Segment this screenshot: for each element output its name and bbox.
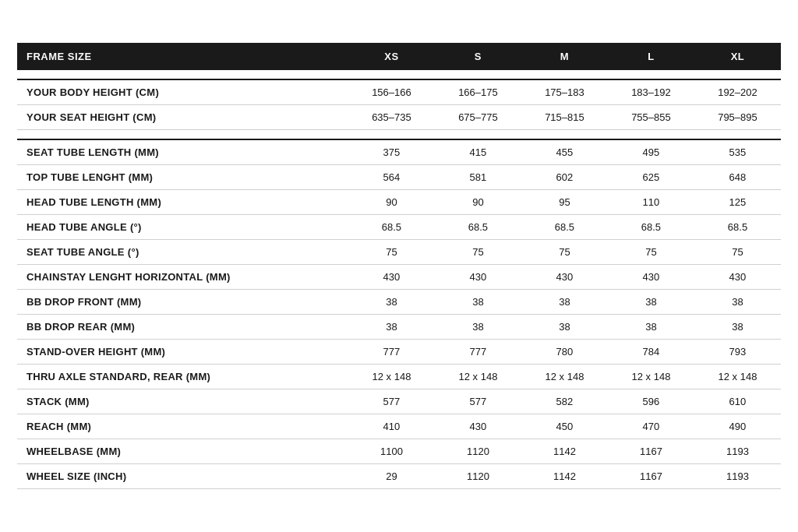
table-row: YOUR BODY HEIGHT (CM)156–166166–175175–1… <box>17 79 781 105</box>
table-row: YOUR SEAT HEIGHT (CM)635–735675–775715–8… <box>17 105 781 130</box>
row-value: 675–775 <box>435 105 521 130</box>
row-value: 582 <box>521 389 608 414</box>
table-row: SEAT TUBE ANGLE (°)7575757575 <box>17 239 781 264</box>
row-value: 38 <box>521 314 608 339</box>
row-value: 755–855 <box>608 105 694 130</box>
row-value: 596 <box>608 389 694 414</box>
table-row: TOP TUBE LENGHT (MM)564581602625648 <box>17 164 781 189</box>
row-value: 95 <box>521 189 608 214</box>
row-label: HEAD TUBE LENGTH (MM) <box>17 189 348 214</box>
row-value: 156–166 <box>348 79 435 105</box>
row-label: THRU AXLE STANDARD, REAR (MM) <box>17 364 348 389</box>
row-value: 430 <box>435 414 521 439</box>
row-value: 75 <box>521 239 608 264</box>
row-value: 648 <box>694 164 781 189</box>
row-label: YOUR BODY HEIGHT (CM) <box>17 79 348 105</box>
row-value: 430 <box>694 264 781 289</box>
row-value: 777 <box>348 339 435 364</box>
col-xl-header: XL <box>694 43 781 70</box>
col-l-header: L <box>608 43 694 70</box>
row-value: 38 <box>694 289 781 314</box>
row-value: 29 <box>348 463 435 488</box>
row-value: 1142 <box>521 463 608 488</box>
row-value: 455 <box>521 139 608 165</box>
table-row: BB DROP REAR (MM)3838383838 <box>17 314 781 339</box>
row-value: 12 x 148 <box>435 364 521 389</box>
table-row: HEAD TUBE LENGTH (MM)909095110125 <box>17 189 781 214</box>
row-value: 68.5 <box>348 214 435 239</box>
row-value: 793 <box>694 339 781 364</box>
row-value: 68.5 <box>694 214 781 239</box>
row-value: 90 <box>435 189 521 214</box>
spacer-row <box>17 130 781 139</box>
frame-size-header: FRAME SIZE <box>17 43 348 70</box>
row-value: 1100 <box>348 439 435 463</box>
row-value: 125 <box>694 189 781 214</box>
row-label: HEAD TUBE ANGLE (°) <box>17 214 348 239</box>
row-value: 795–895 <box>694 105 781 130</box>
row-value: 375 <box>348 139 435 165</box>
row-value: 12 x 148 <box>348 364 435 389</box>
row-value: 415 <box>435 139 521 165</box>
row-value: 602 <box>521 164 608 189</box>
row-value: 12 x 148 <box>521 364 608 389</box>
table-row: REACH (MM)410430450470490 <box>17 414 781 439</box>
row-value: 635–735 <box>348 105 435 130</box>
table-row: THRU AXLE STANDARD, REAR (MM)12 x 14812 … <box>17 364 781 389</box>
row-value: 1142 <box>521 439 608 463</box>
row-value: 410 <box>348 414 435 439</box>
row-value: 38 <box>435 314 521 339</box>
row-value: 75 <box>694 239 781 264</box>
row-value: 75 <box>348 239 435 264</box>
row-value: 38 <box>348 314 435 339</box>
row-value: 183–192 <box>608 79 694 105</box>
row-label: STACK (MM) <box>17 389 348 414</box>
row-value: 68.5 <box>608 214 694 239</box>
row-value: 715–815 <box>521 105 608 130</box>
row-value: 68.5 <box>435 214 521 239</box>
row-value: 581 <box>435 164 521 189</box>
row-value: 430 <box>608 264 694 289</box>
table-row: SEAT TUBE LENGTH (MM)375415455495535 <box>17 139 781 165</box>
col-xs-header: XS <box>348 43 435 70</box>
row-value: 495 <box>608 139 694 165</box>
row-label: YOUR SEAT HEIGHT (CM) <box>17 105 348 130</box>
row-label: BB DROP REAR (MM) <box>17 314 348 339</box>
row-label: STAND-OVER HEIGHT (MM) <box>17 339 348 364</box>
row-value: 1193 <box>694 463 781 488</box>
col-m-header: M <box>521 43 608 70</box>
row-value: 38 <box>348 289 435 314</box>
row-value: 1167 <box>608 463 694 488</box>
table-header-row: FRAME SIZE XS S M L XL <box>17 43 781 70</box>
row-value: 490 <box>694 414 781 439</box>
row-value: 430 <box>521 264 608 289</box>
row-value: 38 <box>694 314 781 339</box>
row-value: 38 <box>608 314 694 339</box>
row-value: 470 <box>608 414 694 439</box>
row-value: 564 <box>348 164 435 189</box>
table-row: HEAD TUBE ANGLE (°)68.568.568.568.568.5 <box>17 214 781 239</box>
row-value: 12 x 148 <box>608 364 694 389</box>
table-row: BB DROP FRONT (MM)3838383838 <box>17 289 781 314</box>
row-value: 12 x 148 <box>694 364 781 389</box>
row-label: REACH (MM) <box>17 414 348 439</box>
row-value: 1167 <box>608 439 694 463</box>
row-label: BB DROP FRONT (MM) <box>17 289 348 314</box>
row-value: 780 <box>521 339 608 364</box>
row-value: 430 <box>348 264 435 289</box>
row-value: 68.5 <box>521 214 608 239</box>
row-value: 90 <box>348 189 435 214</box>
row-value: 430 <box>435 264 521 289</box>
spacer-row <box>17 70 781 79</box>
row-value: 38 <box>435 289 521 314</box>
row-value: 75 <box>608 239 694 264</box>
row-value: 610 <box>694 389 781 414</box>
geometry-table-container: FRAME SIZE XS S M L XL YOUR BODY HEIGHT … <box>17 43 781 489</box>
row-value: 192–202 <box>694 79 781 105</box>
row-value: 535 <box>694 139 781 165</box>
row-value: 625 <box>608 164 694 189</box>
table-row: WHEELBASE (MM)11001120114211671193 <box>17 439 781 463</box>
row-label: WHEELBASE (MM) <box>17 439 348 463</box>
row-value: 784 <box>608 339 694 364</box>
row-label: SEAT TUBE ANGLE (°) <box>17 239 348 264</box>
